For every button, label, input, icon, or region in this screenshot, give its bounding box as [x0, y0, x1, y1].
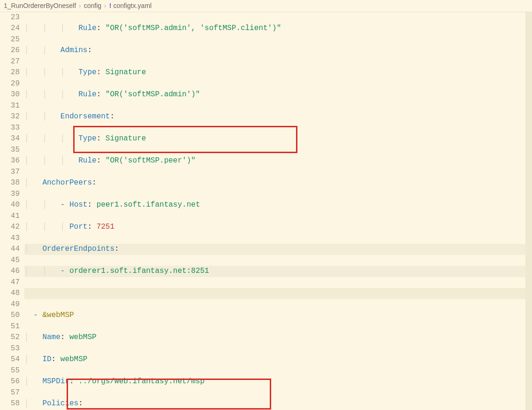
code-line[interactable]: │ Name: webMSP: [24, 332, 532, 343]
code-line[interactable]: │ ID: webMSP: [24, 354, 532, 365]
crumb-sep: ›: [79, 1, 81, 11]
code-line[interactable]: │ │ │ Rule: "OR('softMSP.admin')": [24, 89, 532, 101]
crumb-file[interactable]: configtx.yaml: [113, 1, 152, 11]
editor[interactable]: 2324252627282930313233343536373839404142…: [0, 12, 532, 410]
code-line[interactable]: │ │ │ Rule: "OR('softMSP.admin', 'softMS…: [24, 23, 532, 34]
code-line[interactable]: │ │ │ Rule: "OR('softMSP.peer')": [24, 155, 532, 167]
overview-ruler[interactable]: [525, 12, 532, 410]
code-line[interactable]: │ MSPDir: ../orgs/web.ifantasy.net/msp: [24, 376, 532, 387]
code-line[interactable]: │ │ - Host: peer1.soft.ifantasy.net: [24, 200, 532, 211]
code-line[interactable]: │ OrdererEndpoints:: [24, 244, 532, 255]
code-line[interactable]: │ │ │ Type: Signature: [24, 133, 532, 145]
crumb-folder[interactable]: config: [84, 1, 101, 11]
code-line[interactable]: │ │ Endorsement:: [24, 111, 532, 123]
code-line[interactable]: - &webMSP: [24, 310, 532, 321]
code-line[interactable]: │ │ │ Port: 7251: [24, 222, 532, 233]
crumb-sep: ›: [104, 1, 106, 11]
code-line[interactable]: │ Policies:: [24, 398, 532, 410]
breadcrumb: 1_RunOrdererByOneself › config › ! confi…: [0, 0, 532, 12]
code-area[interactable]: │ │ │ Rule: "OR('softMSP.admin', 'softMS…: [24, 12, 532, 410]
code-line[interactable]: [24, 288, 532, 299]
line-number-gutter: 2324252627282930313233343536373839404142…: [0, 12, 24, 410]
code-line[interactable]: │ │ │ Type: Signature: [24, 67, 532, 78]
yaml-file-icon: !: [109, 1, 112, 11]
crumb-folder[interactable]: 1_RunOrdererByOneself: [4, 1, 76, 11]
code-line[interactable]: │ │ Admins:: [24, 45, 532, 56]
code-line[interactable]: │ │ - orderer1.soft.ifantasy.net:8251: [24, 266, 532, 277]
code-line[interactable]: │ AnchorPeers:: [24, 178, 532, 189]
